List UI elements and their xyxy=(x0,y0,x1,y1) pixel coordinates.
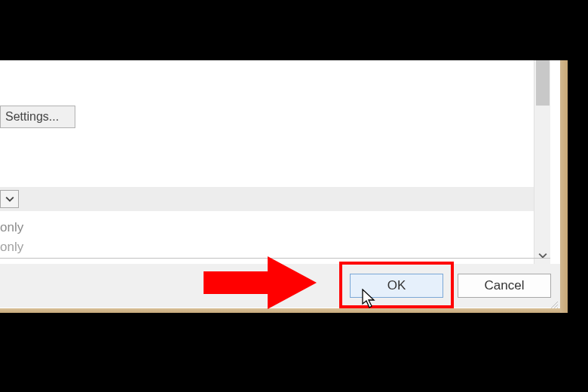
screenshot-viewport: Settings... only only OK Cancel xyxy=(0,0,588,392)
ok-button-label: OK xyxy=(387,278,406,293)
chevron-down-icon xyxy=(5,194,14,204)
window-frame-bottom xyxy=(0,308,567,313)
divider xyxy=(0,258,550,259)
chevron-down-icon xyxy=(538,251,547,260)
window-frame-right xyxy=(560,60,568,313)
scrollbar-down-button[interactable] xyxy=(534,249,551,262)
dropdown-row-bg xyxy=(0,187,534,211)
letterbox-bottom xyxy=(0,313,588,392)
dialog-window: Settings... only only OK Cancel xyxy=(0,60,560,313)
dropdown-toggle[interactable] xyxy=(0,190,19,208)
ok-button[interactable]: OK xyxy=(350,274,443,298)
cancel-button[interactable]: Cancel xyxy=(458,274,551,298)
dialog-content-area: Settings... only only xyxy=(0,60,534,256)
option-text-1: only xyxy=(0,220,23,235)
option-text-2: only xyxy=(0,240,23,255)
scrollbar-thumb[interactable] xyxy=(536,60,550,106)
settings-button-label: Settings... xyxy=(5,110,59,124)
settings-button[interactable]: Settings... xyxy=(0,106,75,128)
letterbox-top xyxy=(0,0,588,60)
cancel-button-label: Cancel xyxy=(485,278,525,293)
vertical-scrollbar[interactable] xyxy=(534,60,550,264)
